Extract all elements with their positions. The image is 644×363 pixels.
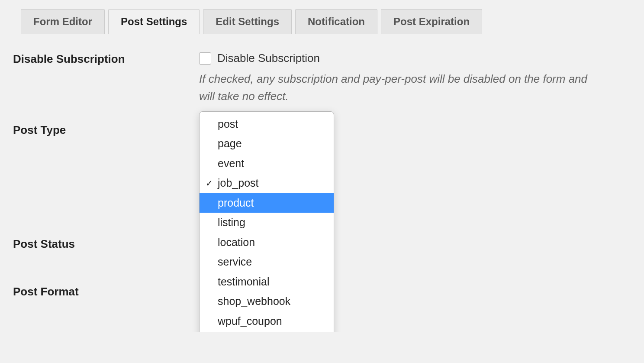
post-type-option-text: page — [218, 137, 242, 149]
label-post-type: Post Type — [13, 123, 199, 137]
tab-form-editor[interactable]: Form Editor — [21, 9, 105, 34]
post-type-option-location[interactable]: location — [200, 233, 334, 253]
label-post-format: Post Format — [13, 284, 199, 298]
tab-notification[interactable]: Notification — [295, 9, 377, 34]
post-type-option-text: post — [218, 118, 238, 130]
checkbox-text-disable-subscription: Disable Subscription — [217, 52, 320, 65]
post-type-option-shop_webhook[interactable]: shop_webhook — [200, 292, 334, 311]
post-type-option-post[interactable]: post — [200, 114, 334, 134]
post-type-option-wpuf_coupon[interactable]: wpuf_coupon — [200, 311, 334, 331]
post-type-option-service[interactable]: service — [200, 252, 334, 272]
row-disable-subscription: Disable Subscription Disable Subscriptio… — [13, 52, 631, 105]
checkbox-disable-subscription[interactable] — [199, 52, 211, 65]
post-type-dropdown[interactable]: postpageevent✓job_postproductlistingloca… — [199, 111, 334, 332]
tab-post-settings[interactable]: Post Settings — [108, 9, 200, 34]
post-type-option-listing[interactable]: listing — [200, 213, 334, 233]
post-type-option-testimonial[interactable]: testimonial — [200, 272, 334, 292]
post-type-option-event[interactable]: event — [200, 154, 334, 174]
post-type-option-text: shop_webhook — [218, 295, 290, 307]
post-type-option-text: testimonial — [218, 275, 270, 288]
description-disable-subscription: If checked, any subscription and pay-per… — [199, 70, 593, 105]
post-type-option-product[interactable]: product — [200, 193, 334, 213]
post-type-option-job_post[interactable]: ✓job_post — [200, 173, 334, 193]
label-post-status: Post Status — [13, 237, 199, 251]
tab-post-expiration[interactable]: Post Expiration — [381, 9, 482, 34]
post-type-option-text: location — [218, 236, 255, 248]
check-icon: ✓ — [206, 177, 213, 190]
tab-edit-settings[interactable]: Edit Settings — [203, 9, 292, 34]
checkbox-label-disable-subscription[interactable]: Disable Subscription — [199, 52, 631, 65]
post-type-option-text: service — [218, 256, 252, 268]
post-type-option-text: product — [218, 197, 254, 209]
form-body: Disable Subscription Disable Subscriptio… — [13, 34, 631, 301]
post-type-option-text: wpuf_coupon — [218, 315, 282, 327]
post-type-option-text: listing — [218, 216, 245, 228]
post-type-option-wpuf_subscription[interactable]: wpuf_subscription — [200, 331, 334, 332]
label-disable-subscription: Disable Subscription — [13, 52, 199, 66]
post-type-option-text: job_post — [218, 177, 259, 189]
tabs-container: Form Editor Post Settings Edit Settings … — [13, 9, 631, 34]
row-post-type: Post Type postpageevent✓job_postproductl… — [13, 123, 631, 137]
post-type-option-text: event — [218, 157, 244, 169]
post-type-option-page[interactable]: page — [200, 134, 334, 154]
